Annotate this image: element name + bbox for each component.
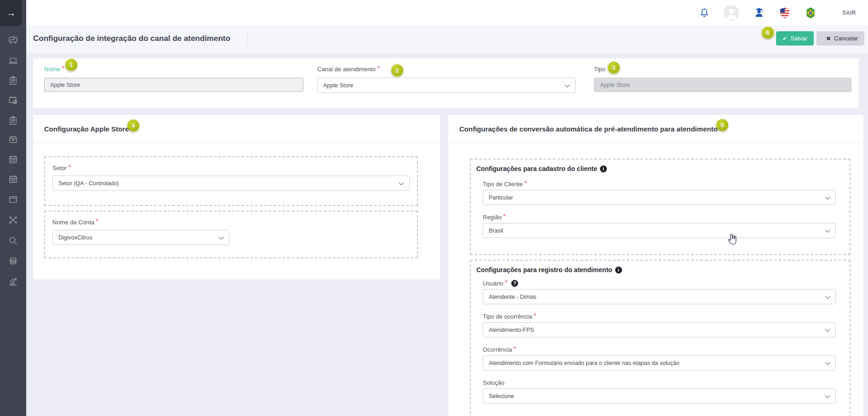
user-silhouette-icon bbox=[724, 5, 739, 21]
required-asterisk: * bbox=[533, 312, 536, 320]
required-asterisk: * bbox=[96, 218, 98, 226]
canal-select[interactable]: Apple Store bbox=[317, 78, 576, 93]
solucao-label: Solução bbox=[483, 379, 504, 386]
step-badge-6: 6 bbox=[762, 27, 774, 39]
language-portuguese-button[interactable] bbox=[805, 7, 817, 19]
regiao-select[interactable]: Brasil bbox=[483, 223, 836, 238]
auto-conversion-panel: Configurações de conversão automática de… bbox=[448, 115, 863, 416]
required-asterisk: * bbox=[377, 65, 380, 73]
conta-select[interactable]: DigivoxCitrus bbox=[52, 230, 229, 245]
calendar-icon bbox=[8, 154, 18, 165]
help-icon[interactable]: ? bbox=[511, 280, 518, 287]
calendar-icon bbox=[8, 174, 18, 185]
sidebar-item-calendar-2[interactable] bbox=[0, 173, 26, 185]
conta-label: Nome da Conta bbox=[52, 219, 94, 226]
chevron-down-icon bbox=[825, 326, 830, 331]
chevron-down-icon bbox=[825, 194, 830, 199]
regiao-label: Região bbox=[483, 214, 502, 221]
step-badge-3: 3 bbox=[608, 62, 620, 74]
conta-group: Nome da Conta* DigivoxCitrus bbox=[44, 211, 418, 258]
sidebar-item-calendar-1[interactable] bbox=[0, 154, 26, 165]
training-button[interactable] bbox=[753, 7, 765, 19]
clipboard-list-icon bbox=[8, 75, 18, 86]
cadastro-cliente-group: Configurações para cadastro do cliente i… bbox=[470, 159, 851, 255]
sidebar-item-monitor[interactable] bbox=[0, 55, 26, 67]
registro-atendimento-group: Configurações para registro do atendimen… bbox=[470, 260, 851, 416]
divider bbox=[448, 142, 863, 143]
sidebar: → bbox=[0, 0, 26, 416]
tipo-label: Tipo bbox=[594, 66, 605, 73]
brazil-flag-icon bbox=[805, 7, 817, 19]
avatar[interactable] bbox=[724, 5, 739, 21]
nome-label: Nome bbox=[44, 66, 60, 73]
nome-input[interactable] bbox=[44, 78, 303, 92]
sidebar-item-reports[interactable] bbox=[0, 275, 26, 287]
setor-label: Setor bbox=[52, 165, 67, 171]
notifications-button[interactable] bbox=[699, 7, 710, 18]
chevron-down-icon bbox=[825, 359, 830, 365]
coins-icon bbox=[8, 256, 18, 267]
language-english-button[interactable] bbox=[779, 7, 791, 19]
ocorrencia-label: Ocorrência bbox=[483, 346, 512, 353]
tipo-cliente-select[interactable]: Particular bbox=[483, 190, 836, 205]
setor-select[interactable]: Setor (QA - Controlado) bbox=[52, 176, 410, 191]
required-asterisk: * bbox=[505, 279, 508, 287]
chevron-down-icon bbox=[825, 393, 830, 398]
title-divider bbox=[247, 31, 247, 47]
sidebar-item-finance[interactable] bbox=[0, 255, 26, 267]
sidebar-collapse-button[interactable]: → bbox=[0, 0, 22, 26]
solucao-select[interactable]: Selecione bbox=[483, 388, 836, 404]
title-strip: Configuração de integração do canal de a… bbox=[26, 25, 868, 53]
cancel-button[interactable]: ✖ Cancelar bbox=[817, 31, 864, 46]
presentation-chart-icon bbox=[8, 35, 18, 46]
required-asterisk: * bbox=[524, 180, 527, 188]
left-panel-title: Configuração Apple Store bbox=[44, 125, 129, 133]
chevron-down-icon bbox=[565, 82, 570, 87]
apple-store-config-panel: Configuração Apple Store Setor* Setor (Q… bbox=[33, 115, 440, 279]
info-icon[interactable]: i bbox=[600, 165, 607, 172]
chart-growth-icon bbox=[8, 276, 18, 287]
bell-icon bbox=[699, 7, 710, 18]
chevron-down-icon bbox=[218, 234, 223, 239]
chevron-down-icon bbox=[825, 227, 830, 232]
save-button[interactable]: ✔ Salvar bbox=[776, 31, 814, 46]
canal-label: Canal de atendimento bbox=[317, 66, 376, 73]
tipo-ocorrencia-select[interactable]: Atendimento-FPS bbox=[483, 322, 836, 337]
usuario-label: Usuário bbox=[483, 280, 503, 287]
us-flag-icon bbox=[779, 7, 791, 19]
sidebar-item-integrations[interactable] bbox=[0, 214, 26, 226]
logout-button[interactable]: SAIR bbox=[842, 10, 856, 16]
page-title: Configuração de integração do canal de a… bbox=[33, 34, 230, 43]
sidebar-item-dashboard[interactable] bbox=[0, 34, 26, 46]
check-icon: ✔ bbox=[782, 35, 787, 42]
sidebar-item-archive[interactable] bbox=[0, 133, 26, 145]
integration-fields-card: Nome* Canal de atendimento* Apple Store … bbox=[33, 58, 859, 108]
required-asterisk: * bbox=[514, 345, 516, 353]
sidebar-item-window[interactable] bbox=[0, 194, 26, 205]
required-asterisk: * bbox=[62, 65, 64, 73]
arrow-right-icon: → bbox=[6, 8, 16, 18]
info-icon[interactable]: i bbox=[615, 267, 622, 274]
topbar: SAIR bbox=[26, 0, 868, 25]
close-icon: ✖ bbox=[826, 35, 831, 42]
network-nodes-icon bbox=[8, 215, 18, 225]
sidebar-item-search[interactable] bbox=[0, 234, 26, 246]
required-asterisk: * bbox=[68, 164, 71, 171]
sidebar-item-schedule[interactable] bbox=[0, 94, 26, 106]
chevron-down-icon bbox=[825, 293, 830, 298]
tipo-ocorrencia-label: Tipo de ocorrência bbox=[483, 313, 532, 320]
ocorrencia-select[interactable]: Atendimento com Formulário enviado para … bbox=[483, 355, 836, 370]
sidebar-item-tasks[interactable] bbox=[0, 74, 26, 86]
calendar-clock-icon bbox=[8, 95, 18, 106]
sidebar-item-forms[interactable] bbox=[0, 114, 26, 126]
archive-box-icon bbox=[8, 134, 18, 145]
clipboard-list-icon bbox=[8, 115, 18, 126]
browser-window-icon bbox=[8, 194, 18, 205]
setor-group: Setor* Setor (QA - Controlado) bbox=[44, 156, 418, 206]
cadastro-title: Configurações para cadastro do cliente bbox=[476, 165, 597, 172]
step-badge-4: 4 bbox=[127, 120, 139, 131]
chevron-down-icon bbox=[399, 180, 404, 185]
divider bbox=[33, 142, 440, 143]
usuario-select[interactable]: Atendente - Dimas bbox=[483, 289, 836, 304]
step-badge-1: 1 bbox=[65, 59, 77, 71]
